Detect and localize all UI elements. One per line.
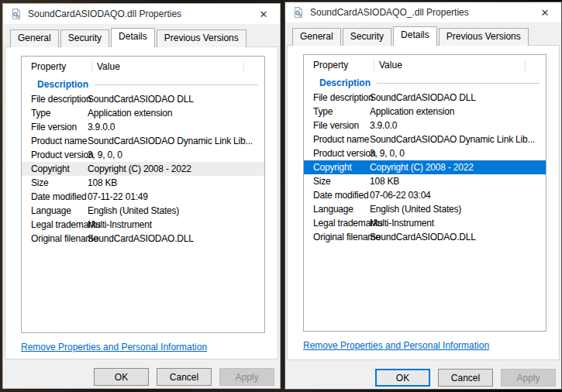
property-value: SoundCardASIODAO DLL [88, 94, 194, 105]
property-row[interactable]: Product nameSoundCardASIODAO Dynamic Lin… [22, 134, 264, 148]
property-row[interactable]: Size108 KB [304, 174, 546, 188]
button-bar: OK Cancel Apply [3, 359, 280, 388]
titlebar[interactable]: SoundCardASIODAQO.dll Properties ✕ [3, 4, 280, 24]
property-row[interactable]: File descriptionSoundCardASIODAO DLL [22, 92, 264, 106]
column-header-value: Value [374, 60, 525, 70]
property-name: Copyright [22, 163, 88, 174]
property-row[interactable]: Legal trademarksMulti-Instrument [22, 218, 264, 232]
cancel-button[interactable]: Cancel [157, 368, 212, 386]
property-row[interactable]: Product nameSoundCardASIODAO Dynamic Lin… [304, 132, 546, 146]
property-value: 3.9.0.0 [88, 122, 115, 132]
property-name: File version [304, 120, 370, 131]
property-row[interactable]: Product version3, 9, 0, 0 [22, 148, 264, 162]
list-header: Property Value [22, 57, 264, 77]
group-label: Description [319, 77, 371, 88]
property-value: Copyright (C) 2008 - 2022 [370, 162, 474, 173]
property-value: Application extension [370, 106, 454, 117]
property-row[interactable]: Product version3, 9, 0, 0 [304, 146, 546, 160]
window-title: SoundCardASIODAQO.dll Properties [28, 9, 181, 19]
tab-security[interactable]: Security [60, 29, 109, 47]
property-value: English (United States) [370, 204, 461, 215]
tab-details[interactable]: Details [393, 26, 437, 46]
property-name: Size [304, 176, 370, 187]
tab-previous-versions[interactable]: Previous Versions [439, 28, 529, 46]
cancel-button[interactable]: Cancel [438, 369, 493, 387]
apply-button[interactable]: Apply [219, 368, 274, 386]
property-row[interactable]: Original filenameSoundCardASIODAO.DLL [304, 230, 546, 244]
property-name: Original filename [22, 233, 88, 244]
property-name: Type [304, 106, 370, 117]
column-header-value: Value [92, 61, 243, 72]
property-name: Original filename [304, 232, 370, 242]
property-name: Legal trademarks [304, 218, 370, 229]
property-value: Multi-Instrument [88, 219, 152, 230]
close-icon[interactable]: ✕ [533, 3, 557, 22]
titlebar[interactable]: SoundCardASIODAQO_.dll Properties ✕ [285, 2, 561, 22]
property-row[interactable]: TypeApplication extension [22, 106, 264, 120]
property-value: SoundCardASIODAO.DLL [370, 232, 476, 242]
property-name: Language [22, 205, 88, 216]
property-row[interactable]: File version3.9.0.0 [304, 119, 546, 132]
properties-list[interactable]: Property Value Description File descript… [303, 54, 546, 332]
property-name: Legal trademarks [22, 219, 88, 230]
tab-general[interactable]: General [10, 29, 59, 47]
close-icon[interactable]: ✕ [252, 5, 275, 23]
dll-file-icon [10, 8, 22, 20]
property-name: Date modified [22, 191, 88, 202]
ok-button[interactable]: OK [375, 369, 430, 387]
property-name: File description [304, 92, 370, 103]
apply-button[interactable]: Apply [501, 369, 556, 387]
tab-bar: General Security Details Previous Versio… [3, 24, 280, 47]
property-row[interactable]: TypeApplication extension [304, 105, 546, 119]
details-tab-page: Property Value Description File descript… [5, 46, 278, 359]
details-tab-page: Property Value Description File descript… [287, 45, 560, 360]
column-separator [243, 60, 244, 73]
group-divider [95, 84, 258, 85]
ok-button[interactable]: OK [94, 368, 149, 386]
rows-container: File descriptionSoundCardASIODAO DLLType… [304, 91, 546, 244]
property-name: Size [22, 177, 88, 188]
properties-list[interactable]: Property Value Description File descript… [21, 56, 265, 333]
property-value: 07-11-22 01:49 [88, 191, 148, 202]
property-value: Multi-Instrument [370, 218, 434, 229]
property-row[interactable]: Size108 KB [22, 176, 264, 190]
property-value: 3.9.0.0 [370, 120, 397, 131]
property-value: Application extension [88, 108, 172, 119]
property-row[interactable]: Original filenameSoundCardASIODAO.DLL [22, 232, 264, 246]
property-row[interactable]: File version3.9.0.0 [22, 120, 264, 134]
button-bar: OK Cancel Apply [285, 360, 561, 389]
dll-file-icon [292, 6, 305, 19]
group-header-description: Description [22, 77, 264, 92]
remove-properties-link[interactable]: Remove Properties and Personal Informati… [21, 342, 207, 352]
property-value: 108 KB [370, 176, 399, 187]
property-name: Language [304, 204, 370, 215]
property-row[interactable]: LanguageEnglish (United States) [22, 204, 264, 218]
property-row[interactable]: Date modified07-06-22 03:04 [304, 188, 546, 202]
property-value: 07-06-22 03:04 [370, 190, 431, 201]
tab-previous-versions[interactable]: Previous Versions [157, 29, 247, 47]
property-value: SoundCardASIODAO DLL [370, 92, 476, 103]
property-row[interactable]: Legal trademarksMulti-Instrument [304, 216, 546, 230]
property-row[interactable]: CopyrightCopyright (C) 2008 - 2022 [304, 160, 546, 174]
property-row[interactable]: Date modified07-11-22 01:49 [22, 190, 264, 204]
column-header-property: Property [304, 60, 374, 70]
property-value: 3, 9, 0, 0 [88, 150, 122, 160]
property-name: File version [22, 122, 88, 132]
property-row[interactable]: LanguageEnglish (United States) [304, 202, 546, 216]
tab-details[interactable]: Details [111, 28, 155, 47]
property-row[interactable]: File descriptionSoundCardASIODAO DLL [304, 91, 546, 105]
properties-dialog-right: SoundCardASIODAQO_.dll Properties ✕ Gene… [284, 2, 562, 390]
group-header-description: Description [304, 75, 546, 91]
property-name: Copyright [304, 162, 370, 173]
remove-properties-link[interactable]: Remove Properties and Personal Informati… [303, 340, 489, 351]
tab-general[interactable]: General [292, 28, 341, 46]
tab-security[interactable]: Security [343, 28, 391, 46]
property-name: Type [22, 108, 88, 119]
property-row[interactable]: CopyrightCopyright (C) 2008 - 2022 [22, 162, 264, 176]
group-divider [377, 83, 540, 84]
column-header-property: Property [22, 61, 91, 72]
property-value: 108 KB [88, 177, 117, 188]
property-name: Product name [304, 134, 370, 145]
property-name: File description [22, 94, 88, 105]
column-separator [525, 59, 526, 71]
